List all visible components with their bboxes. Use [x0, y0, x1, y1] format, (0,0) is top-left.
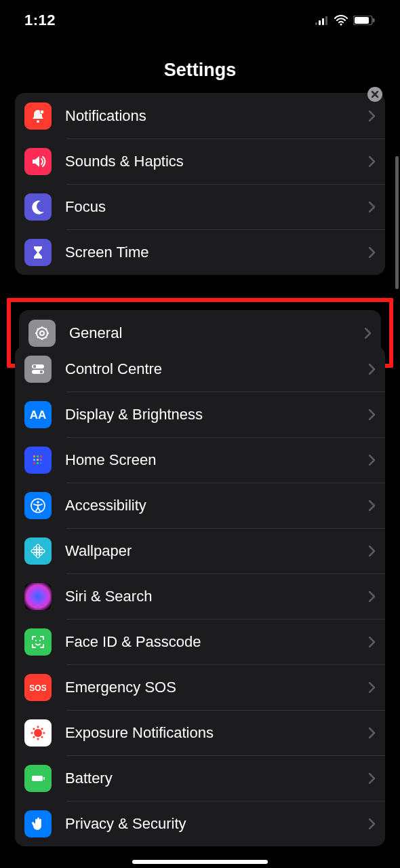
home-indicator[interactable]	[132, 860, 268, 864]
flower-icon	[24, 537, 52, 565]
row-label: Battery	[65, 770, 369, 787]
row-controlcentre[interactable]: Control Centre	[15, 346, 385, 392]
row-screentime[interactable]: Screen Time	[15, 229, 385, 275]
row-label: Screen Time	[65, 244, 369, 261]
bell-icon	[24, 102, 52, 130]
row-label: Control Centre	[65, 360, 369, 378]
row-wallpaper[interactable]: Wallpaper	[15, 528, 385, 573]
row-display[interactable]: Display & Brightness	[15, 392, 385, 437]
chevron-right-icon	[369, 728, 376, 738]
row-notifications[interactable]: Notifications	[15, 93, 385, 138]
chevron-right-icon	[369, 202, 376, 212]
row-label: Notifications	[65, 107, 369, 125]
gear-icon	[28, 320, 56, 347]
row-label: Emergency SOS	[65, 679, 369, 696]
aa-icon	[24, 401, 52, 428]
page-header: Settings	[0, 41, 400, 93]
row-label: Home Screen	[65, 451, 369, 469]
row-homescreen[interactable]: Home Screen	[15, 437, 385, 483]
row-label: Accessibility	[65, 497, 369, 514]
chevron-right-icon	[369, 455, 376, 466]
chevron-right-icon	[369, 247, 376, 258]
siri-icon	[24, 583, 52, 610]
face-icon	[24, 628, 52, 656]
chevron-right-icon	[369, 637, 376, 647]
exposure-icon	[24, 719, 52, 747]
row-label: Focus	[65, 198, 369, 216]
settings-screen: 1:12 Settings Notifications Sounds & Hap…	[0, 0, 400, 868]
hourglass-icon	[24, 239, 52, 266]
row-label: Siri & Search	[65, 588, 369, 605]
close-button[interactable]	[367, 87, 382, 102]
row-label: Wallpaper	[65, 542, 369, 560]
chevron-right-icon	[365, 328, 372, 339]
row-faceid[interactable]: Face ID & Passcode	[15, 619, 385, 664]
battery-icon	[24, 765, 52, 792]
settings-group-2: Control Centre Display & Brightness Home…	[15, 346, 385, 846]
chevron-right-icon	[369, 546, 376, 556]
chevron-right-icon	[369, 818, 376, 829]
settings-group-1: Notifications Sounds & Haptics Focus Scr…	[15, 93, 385, 275]
row-privacy[interactable]: Privacy & Security	[15, 801, 385, 846]
chevron-right-icon	[369, 773, 376, 784]
row-accessibility[interactable]: Accessibility	[15, 483, 385, 528]
signal-icon	[315, 16, 329, 25]
chevron-right-icon	[369, 409, 376, 420]
battery-icon	[353, 16, 376, 25]
chevron-right-icon	[369, 682, 376, 693]
row-label: Display & Brightness	[65, 406, 369, 423]
grid-icon	[24, 447, 52, 474]
status-time: 1:12	[24, 12, 56, 29]
row-label: Exposure Notifications	[65, 724, 369, 742]
row-siri[interactable]: Siri & Search	[15, 573, 385, 619]
row-focus[interactable]: Focus	[15, 184, 385, 229]
wifi-icon	[334, 15, 348, 26]
chevron-right-icon	[369, 156, 376, 167]
scroll-indicator[interactable]	[395, 156, 399, 289]
chevron-right-icon	[369, 591, 376, 602]
chevron-right-icon	[369, 111, 376, 121]
row-label: Sounds & Haptics	[65, 153, 369, 170]
row-exposure[interactable]: Exposure Notifications	[15, 710, 385, 755]
row-label: General	[69, 324, 365, 342]
page-title: Settings	[0, 60, 400, 81]
speaker-icon	[24, 148, 52, 175]
row-battery[interactable]: Battery	[15, 755, 385, 801]
row-label: Face ID & Passcode	[65, 633, 369, 651]
status-bar: 1:12	[0, 0, 400, 41]
chevron-right-icon	[369, 364, 376, 375]
close-icon	[370, 90, 380, 99]
moon-icon	[24, 193, 52, 221]
status-icons	[315, 15, 376, 26]
row-sos[interactable]: Emergency SOS	[15, 664, 385, 710]
chevron-right-icon	[369, 500, 376, 511]
row-sounds[interactable]: Sounds & Haptics	[15, 138, 385, 184]
row-label: Privacy & Security	[65, 815, 369, 833]
accessibility-icon	[24, 492, 52, 519]
sos-icon	[24, 674, 52, 701]
toggles-icon	[24, 356, 52, 383]
hand-icon	[24, 810, 52, 837]
